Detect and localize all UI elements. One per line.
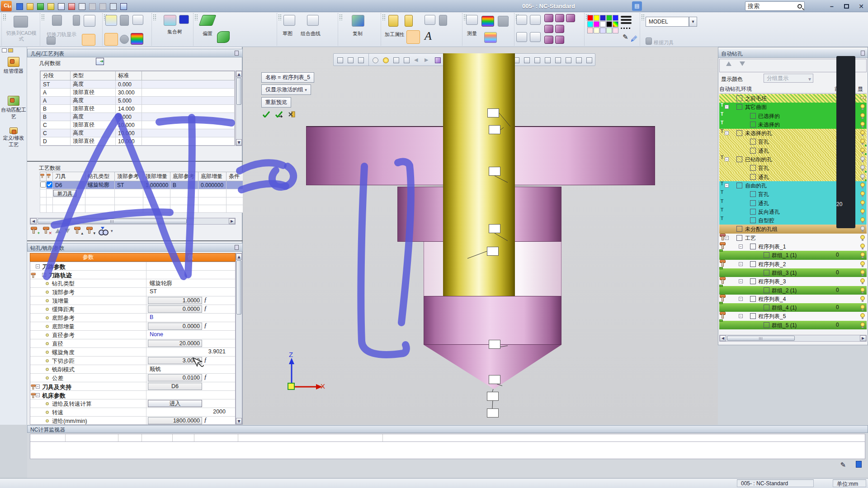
expand-toggle-icon[interactable]: − [36, 393, 40, 397]
quick-access-icon[interactable] [108, 1, 117, 10]
params-panel-title[interactable]: 钻孔/铣削参数 [27, 243, 243, 252]
tree-item[interactable]: − 群组_3 (1) 0 [719, 268, 867, 277]
param-value[interactable]: None [148, 331, 202, 338]
param-value[interactable] [148, 391, 202, 399]
scroll-right-icon[interactable]: ▶ [229, 218, 235, 224]
preview-caret-icon[interactable]: ▾ [111, 229, 113, 233]
quick-access-icon[interactable] [98, 1, 107, 10]
viewport-tool-icon[interactable] [345, 55, 355, 65]
tree-item-label[interactable]: 盲孔 [758, 191, 769, 198]
viewport-display-icon[interactable] [370, 55, 380, 65]
pin-icon[interactable] [235, 51, 239, 56]
viewport-display-icon[interactable] [391, 55, 401, 65]
collection-tree-button[interactable]: 集合树 [167, 28, 182, 35]
scrollbar-thumb[interactable] [236, 260, 241, 314]
function-icon[interactable]: ƒ [204, 417, 207, 424]
normal-arrow-icon[interactable] [498, 16, 509, 27]
visibility-bulb-icon[interactable] [860, 191, 865, 196]
visibility-bulb-icon[interactable] [860, 113, 865, 117]
geometry-table-header[interactable]: 分段类型标准 [41, 71, 235, 80]
quick-access-icon[interactable] [66, 1, 75, 10]
new-tool-button[interactable]: 新刀具 [53, 190, 76, 197]
expand-toggle-icon[interactable]: − [36, 264, 40, 268]
geometry-table-row[interactable]: B高度5.000 [41, 113, 235, 121]
scroll-up-icon[interactable]: ▲ [236, 71, 242, 77]
viewport-tool-icon[interactable] [356, 55, 365, 65]
info-icon[interactable] [120, 35, 129, 44]
param-row[interactable]: − 刀路参数 ƒ [30, 262, 235, 271]
part-section-label[interactable] [489, 167, 500, 176]
toolpath-icon[interactable] [52, 15, 62, 26]
quick-access-icon[interactable] [35, 1, 44, 10]
measure-button[interactable]: 测量 [467, 30, 477, 37]
visibility-bulb-icon[interactable] [860, 217, 865, 222]
param-row[interactable]: − 刀路轨迹 ƒ [30, 271, 235, 279]
process-table-hscrollbar[interactable]: ◀ ▶ [30, 218, 236, 225]
annotation-tool[interactable] [836, 162, 855, 175]
minimize-button[interactable]: – [828, 3, 836, 10]
part-section-label[interactable] [489, 224, 500, 233]
expand-toggle-icon[interactable]: − [725, 105, 729, 109]
send-geometry-icon[interactable] [96, 58, 104, 65]
scrollbar-thumb[interactable] [38, 219, 187, 224]
help-icon[interactable] [120, 15, 129, 26]
param-row[interactable]: − 机床参数 ƒ [30, 391, 235, 399]
param-value[interactable]: B [148, 314, 202, 321]
monitor-column-header[interactable] [118, 434, 142, 441]
annotation-tool[interactable] [836, 188, 855, 201]
annotation-tool[interactable] [836, 149, 855, 162]
sidebar-item-auto-match[interactable]: 自动匹配工艺 [1, 96, 26, 120]
expand-toggle-icon[interactable]: − [739, 297, 743, 301]
viewport-display-icon[interactable] [422, 55, 432, 65]
tree-item-label[interactable]: 群组_5 (1) [772, 322, 797, 329]
nc-monitor-header[interactable] [30, 434, 865, 442]
param-row[interactable]: − 公差 0.0100 ƒ [30, 374, 235, 382]
top-view-icon[interactable] [544, 25, 553, 33]
monitor-column-header[interactable] [66, 434, 118, 441]
expand-toggle-icon[interactable]: − [725, 236, 729, 240]
part-section-label[interactable] [489, 375, 500, 384]
visibility-bulb-icon[interactable] [860, 200, 865, 205]
zoom-window-icon[interactable] [516, 15, 527, 25]
tree-item-label[interactable]: 盲孔 [758, 164, 769, 172]
front-view-icon[interactable] [555, 14, 564, 22]
preview-binoculars-icon[interactable] [99, 230, 107, 235]
param-row[interactable]: − 缓降距离 0.0000 ƒ [30, 305, 235, 314]
visibility-bulb-icon[interactable] [860, 296, 865, 300]
part-lower-block[interactable] [424, 296, 561, 345]
part-shaft-cylinder[interactable] [443, 53, 515, 298]
tree-item-label[interactable]: 通孔 [758, 200, 769, 207]
param-value[interactable] [148, 263, 202, 270]
tree-item-label[interactable]: 通孔 [758, 147, 769, 155]
model-combobox[interactable]: MODEL [646, 17, 689, 27]
annotation-tool[interactable] [836, 109, 855, 122]
param-value[interactable]: D6 [148, 383, 202, 390]
scroll-down-icon[interactable]: ▼ [236, 418, 242, 424]
expand-toggle-icon[interactable]: − [739, 262, 743, 266]
active-drill-icon[interactable] [406, 30, 420, 44]
param-row[interactable]: − 底部增量 0.0000 ƒ [30, 322, 235, 331]
view-cube-icon[interactable] [84, 15, 95, 27]
measure-dim-icon[interactable] [466, 15, 478, 25]
colored-list-icon[interactable] [105, 15, 117, 26]
viewport-filter-icon[interactable] [553, 55, 562, 65]
tree-item[interactable]: − 程序列表_1 [719, 242, 867, 251]
offset-surface-icon[interactable] [217, 31, 230, 43]
param-row[interactable]: − 顶增量 1.0000 ƒ [30, 296, 235, 305]
annotation-tool[interactable] [836, 57, 855, 70]
part-section-label[interactable] [487, 108, 499, 117]
param-row[interactable]: − 直径参考 None ƒ [30, 331, 235, 339]
geometry-table-row[interactable]: C顶部直径10.000 [41, 121, 235, 129]
sketch-button[interactable]: 草图 [283, 30, 292, 37]
side-view-icon[interactable] [566, 14, 575, 22]
monitor-column-header[interactable] [142, 434, 173, 441]
param-value[interactable]: 20.0000 [148, 340, 202, 347]
tree-item-label[interactable]: 程序列表_1 [758, 243, 786, 251]
spin-view-icon[interactable] [530, 32, 541, 42]
panel-divider[interactable] [27, 240, 243, 241]
annotation-tool[interactable] [836, 122, 855, 136]
visibility-bulb-icon[interactable] [860, 305, 865, 309]
tree-item-label[interactable]: 未选择的 [758, 121, 780, 129]
viewport-display-icon[interactable] [412, 55, 421, 65]
tree-item-label[interactable]: 已钻削的孔 [745, 156, 772, 164]
